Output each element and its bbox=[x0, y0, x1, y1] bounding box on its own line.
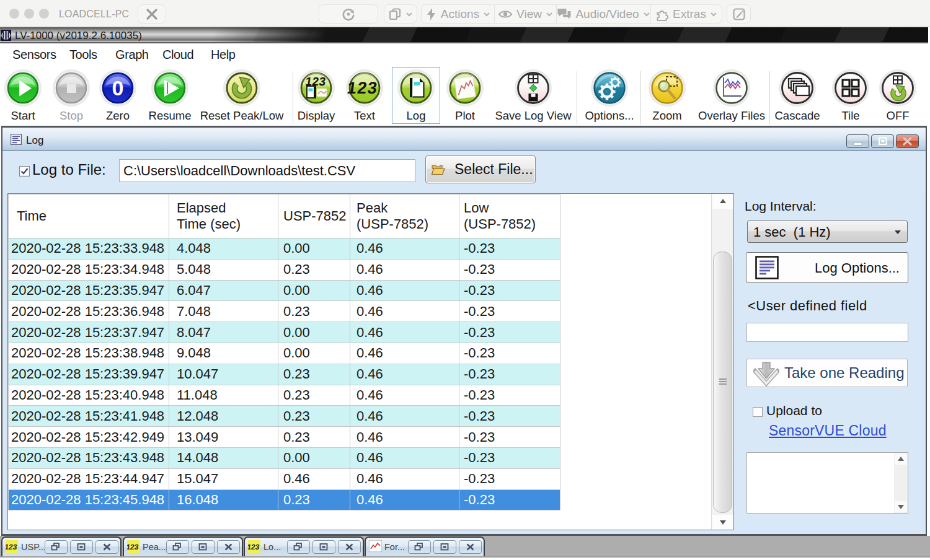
svg-text:123: 123 bbox=[248, 543, 260, 551]
svg-text:123: 123 bbox=[6, 543, 18, 551]
svg-text:0: 0 bbox=[112, 76, 124, 100]
svg-text:123: 123 bbox=[127, 543, 140, 551]
svg-text:123: 123 bbox=[346, 78, 379, 97]
